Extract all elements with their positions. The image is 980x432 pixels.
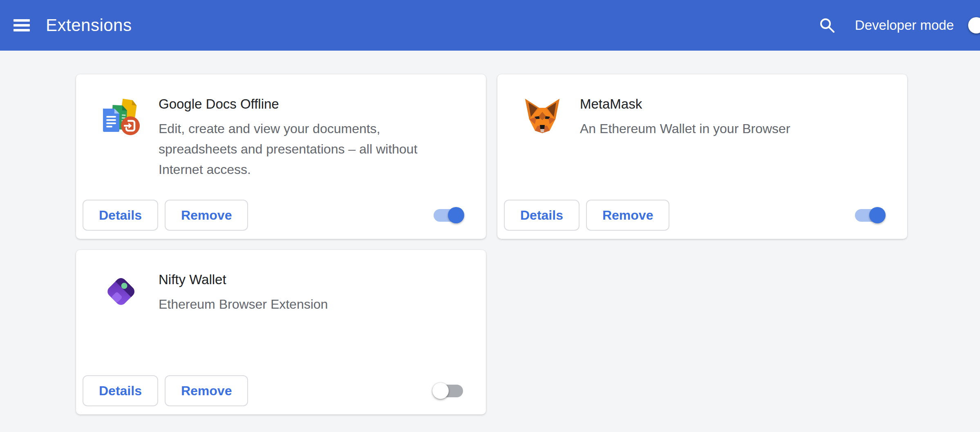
- details-button[interactable]: Details: [83, 375, 158, 406]
- extension-toggle[interactable]: [434, 385, 463, 397]
- extension-name: Google Docs Offline: [159, 96, 417, 112]
- page-title: Extensions: [46, 16, 132, 35]
- search-button[interactable]: [818, 16, 836, 34]
- search-icon: [818, 16, 836, 34]
- remove-button[interactable]: Remove: [586, 200, 670, 231]
- hamburger-icon: [13, 17, 30, 34]
- extension-description: An Ethereum Wallet in your Browser: [580, 118, 790, 139]
- extension-description: Edit, create and view your documents, sp…: [159, 118, 417, 180]
- extension-name: Nifty Wallet: [159, 272, 328, 287]
- extensions-grid: Google Docs Offline Edit, create and vie…: [76, 74, 907, 414]
- remove-button[interactable]: Remove: [165, 375, 248, 406]
- google-docs-offline-icon: [101, 96, 141, 136]
- extension-card-nifty-wallet: Nifty Wallet Ethereum Browser Extension …: [76, 250, 486, 414]
- extension-toggle[interactable]: [855, 209, 884, 222]
- menu-button[interactable]: [9, 13, 34, 38]
- nifty-wallet-icon: [101, 272, 141, 311]
- toolbar: Extensions Developer mode: [0, 0, 980, 51]
- metamask-fox-icon: [523, 96, 562, 136]
- extension-card-google-docs-offline: Google Docs Offline Edit, create and vie…: [76, 74, 486, 239]
- details-button[interactable]: Details: [504, 200, 579, 231]
- details-button[interactable]: Details: [83, 200, 158, 231]
- extension-name: MetaMask: [580, 96, 790, 112]
- developer-mode-label: Developer mode: [855, 18, 954, 33]
- extension-description: Ethereum Browser Extension: [159, 294, 328, 314]
- developer-mode-toggle[interactable]: [969, 19, 980, 32]
- extension-toggle[interactable]: [434, 209, 463, 222]
- extension-card-metamask: MetaMask An Ethereum Wallet in your Brow…: [497, 74, 907, 239]
- remove-button[interactable]: Remove: [165, 200, 248, 231]
